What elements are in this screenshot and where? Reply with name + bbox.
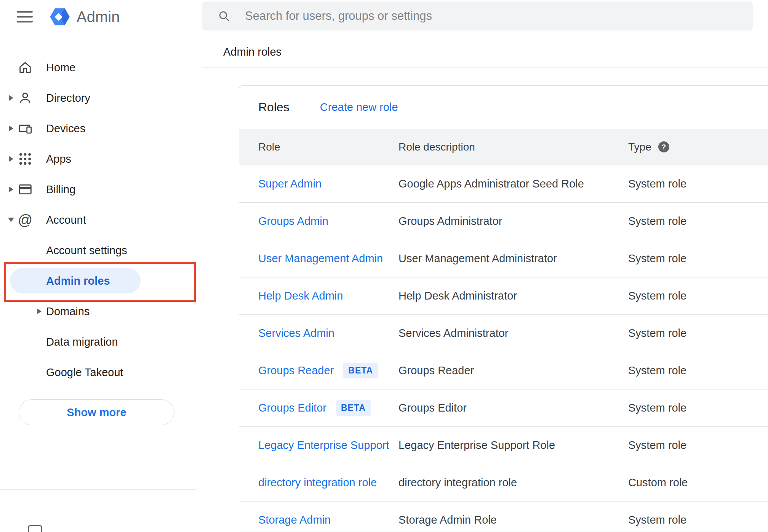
show-more-button[interactable]: Show more [19, 399, 174, 425]
role-type: Custom role [628, 476, 768, 489]
sidebar-item-account[interactable]: @ Account [0, 205, 203, 235]
role-link[interactable]: Legacy Enterprise Support [258, 439, 389, 452]
role-type: System role [628, 364, 768, 377]
role-description: Groups Administrator [398, 215, 628, 228]
roles-card: Roles Create new role Role Role descript… [239, 85, 768, 532]
sidebar-item-label: Apps [46, 153, 71, 165]
sidebar-item-admin-roles[interactable]: Admin roles [0, 266, 203, 296]
table-row: User Management Admin User Management Ad… [239, 240, 768, 277]
sidebar-item-google-takeout[interactable]: Google Takeout [0, 357, 203, 388]
role-link[interactable]: Help Desk Admin [258, 290, 343, 302]
chevron-right-icon[interactable] [37, 309, 42, 314]
chevron-right-icon[interactable] [5, 125, 17, 131]
sidebar-item-label: Billing [46, 183, 75, 196]
role-description: Storage Admin Role [398, 514, 628, 526]
chevron-down-icon[interactable] [5, 218, 17, 222]
table-row: Groups Reader BETA Groups Reader System … [239, 352, 768, 389]
building-icon[interactable] [28, 525, 42, 532]
search-icon [218, 10, 230, 22]
role-link[interactable]: Storage Admin [258, 514, 331, 526]
sidebar-item-label: Admin roles [46, 275, 110, 287]
home-icon [17, 59, 34, 76]
sidebar-item-label: Account settings [46, 244, 127, 257]
role-link[interactable]: User Management Admin [258, 252, 383, 265]
sidebar-nav: Home Directory Devices [0, 52, 203, 388]
column-header-type: Type [628, 141, 651, 153]
role-type: System role [628, 327, 768, 340]
sidebar-item-devices[interactable]: Devices [0, 113, 203, 144]
role-type: System role [628, 252, 768, 265]
role-description: Google Apps Administrator Seed Role [398, 178, 628, 190]
sidebar-item-account-settings[interactable]: Account settings [0, 235, 203, 266]
apps-grid-icon [17, 151, 34, 167]
table-row: Storage Admin Storage Admin Role System … [239, 502, 768, 532]
sidebar-item-label: Home [46, 61, 75, 74]
table-row: directory integration role directory int… [239, 464, 768, 502]
role-description: Groups Reader [398, 364, 628, 377]
role-description: Groups Editor [398, 402, 628, 414]
sidebar-divider [0, 489, 196, 490]
table-header-row: Role Role description Type ? [239, 129, 768, 165]
sidebar-item-label: Google Takeout [46, 366, 123, 379]
sidebar-item-label: Account [46, 214, 86, 226]
sidebar-item-label: Directory [46, 92, 90, 104]
table-row: Services Admin Services Administrator Sy… [239, 315, 768, 352]
roles-title: Roles [258, 100, 290, 114]
role-description: User Management Administrator [398, 252, 628, 265]
role-link[interactable]: directory integration role [258, 476, 377, 489]
search-bar[interactable] [202, 2, 753, 30]
role-type: System role [628, 290, 768, 302]
credit-card-icon [17, 181, 34, 198]
role-link[interactable]: Groups Reader [258, 364, 334, 377]
role-type: System role [628, 178, 768, 190]
sidebar-item-apps[interactable]: Apps [0, 144, 203, 174]
role-type: System role [628, 439, 768, 452]
role-link[interactable]: Groups Admin [258, 215, 328, 228]
breadcrumb: Admin roles [223, 46, 282, 58]
roles-card-header: Roles Create new role [239, 86, 768, 129]
table-row: Groups Admin Groups Administrator System… [239, 203, 768, 240]
app-name: Admin [77, 8, 120, 26]
table-row: Legacy Enterprise Support Legacy Enterpr… [239, 427, 768, 464]
sidebar-item-home[interactable]: Home [0, 52, 203, 83]
sidebar-item-data-migration[interactable]: Data migration [0, 327, 203, 357]
sidebar-header: Admin [0, 0, 203, 34]
role-link[interactable]: Groups Editor [258, 402, 326, 414]
role-type: System role [628, 215, 768, 228]
help-icon[interactable]: ? [658, 141, 669, 152]
role-description: Help Desk Administrator [398, 290, 628, 302]
chevron-right-icon[interactable] [5, 186, 17, 192]
column-header-role: Role [258, 141, 398, 153]
search-input[interactable] [245, 9, 741, 23]
sidebar-item-label: Data migration [46, 336, 118, 348]
sidebar-item-label: Devices [46, 122, 85, 135]
role-link[interactable]: Services Admin [258, 327, 334, 340]
role-description: directory integration role [398, 476, 628, 489]
person-icon [17, 90, 34, 106]
roles-table-body: Super Admin Google Apps Administrator Se… [239, 165, 768, 532]
admin-logo-icon[interactable] [49, 6, 70, 27]
at-icon: @ [17, 212, 34, 228]
sidebar-item-label: Domains [46, 305, 90, 318]
table-row: Groups Editor BETA Groups Editor System … [239, 389, 768, 427]
devices-icon [17, 120, 34, 137]
role-description: Legacy Enterprise Support Role [398, 439, 628, 452]
menu-icon[interactable] [17, 11, 33, 22]
beta-badge: BETA [336, 400, 371, 416]
sidebar-item-domains[interactable]: Domains [0, 296, 203, 327]
column-header-description: Role description [398, 141, 628, 153]
table-row: Help Desk Admin Help Desk Administrator … [239, 277, 768, 315]
sidebar-item-billing[interactable]: Billing [0, 174, 203, 205]
role-type: System role [628, 402, 768, 414]
role-type: System role [628, 514, 768, 526]
sidebar: Admin Home Directory Devices [0, 0, 203, 532]
role-link[interactable]: Super Admin [258, 178, 322, 190]
table-row: Super Admin Google Apps Administrator Se… [239, 165, 768, 203]
beta-badge: BETA [343, 363, 378, 378]
content-divider [202, 67, 768, 67]
create-new-role-link[interactable]: Create new role [320, 101, 398, 114]
sidebar-item-directory[interactable]: Directory [0, 83, 203, 113]
chevron-right-icon[interactable] [5, 95, 17, 101]
chevron-right-icon[interactable] [5, 156, 17, 162]
role-description: Services Administrator [398, 327, 628, 340]
